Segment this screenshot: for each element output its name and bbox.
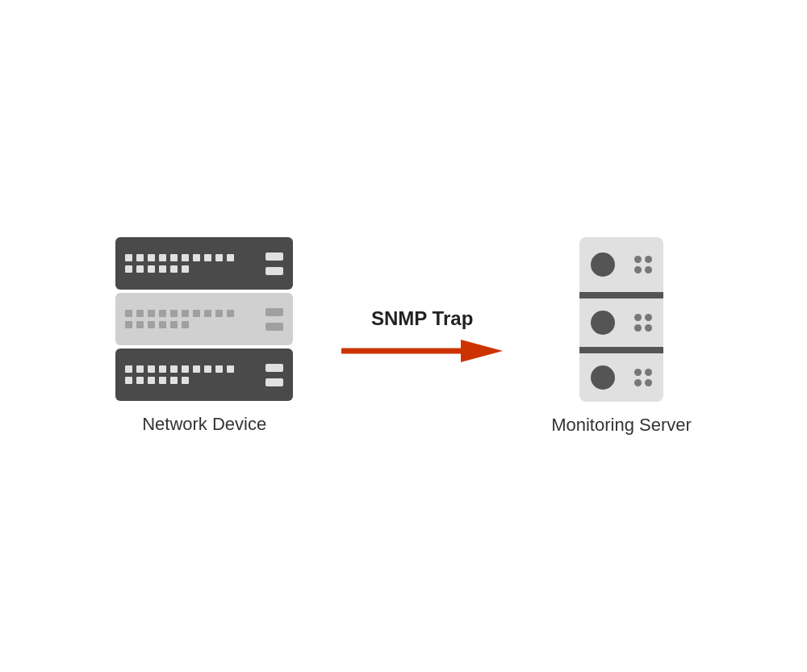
rack-dot	[634, 314, 642, 321]
nd-dots-bot	[125, 365, 238, 384]
nd-dot	[159, 310, 166, 317]
network-device-label: Network Device	[142, 414, 266, 435]
nd-bars-bot	[266, 364, 283, 386]
nd-dot	[182, 254, 189, 261]
nd-unit-bot	[115, 349, 293, 401]
nd-dot	[159, 365, 166, 373]
nd-dot	[148, 377, 155, 384]
nd-dots-mid	[125, 310, 238, 328]
nd-bars-top	[266, 253, 283, 275]
network-device-container: Network Device	[115, 237, 293, 435]
nd-dot	[170, 321, 178, 328]
nd-dot	[182, 265, 189, 273]
monitoring-server-label: Monitoring Server	[551, 415, 692, 436]
rack-dot	[645, 266, 652, 273]
rack-circle-2	[591, 311, 615, 335]
nd-dot	[125, 310, 132, 317]
nd-dot	[215, 310, 223, 317]
rack-row-3	[579, 347, 663, 402]
snmp-trap-arrow-container: SNMP Trap	[341, 307, 503, 365]
monitoring-server-container: Monitoring Server	[551, 237, 692, 436]
nd-dot	[182, 310, 189, 317]
rack-dot	[645, 256, 652, 263]
nd-dot	[170, 377, 178, 384]
nd-unit-top	[115, 237, 293, 290]
nd-dot	[136, 365, 144, 373]
nd-dot	[125, 254, 132, 261]
diagram: Network Device SNMP Trap	[115, 237, 692, 436]
nd-dot	[148, 321, 155, 328]
nd-dots-top	[125, 254, 238, 273]
nd-dot	[204, 254, 211, 261]
nd-bar	[266, 323, 283, 331]
nd-dot	[215, 254, 223, 261]
snmp-trap-label: SNMP Trap	[371, 307, 473, 330]
nd-dot	[125, 377, 132, 384]
nd-dot	[193, 254, 200, 261]
nd-dot	[170, 365, 178, 373]
nd-dot	[204, 365, 211, 373]
nd-bar	[266, 308, 283, 316]
nd-dot	[193, 310, 200, 317]
nd-dot	[170, 310, 178, 317]
rack-dot	[634, 324, 642, 332]
nd-dot	[159, 377, 166, 384]
rack-dots-2	[634, 314, 652, 332]
nd-dot	[159, 265, 166, 273]
rack-circle-3	[591, 365, 615, 390]
nd-dot	[215, 365, 223, 373]
nd-dot	[136, 265, 144, 273]
nd-dot	[204, 310, 211, 317]
nd-dot	[125, 265, 132, 273]
nd-dot	[148, 254, 155, 261]
nd-bar	[266, 378, 283, 386]
nd-bar	[266, 267, 283, 275]
svg-marker-1	[461, 340, 503, 362]
rack-dot	[645, 314, 652, 321]
network-device-icon	[115, 237, 293, 401]
nd-dot	[125, 365, 132, 373]
rack-dot	[645, 324, 652, 332]
nd-dot	[148, 265, 155, 273]
snmp-trap-arrow-icon	[341, 336, 503, 365]
rack-circle-1	[591, 253, 615, 277]
nd-unit-mid	[115, 293, 293, 345]
rack-dot	[634, 266, 642, 273]
nd-bar	[266, 253, 283, 261]
nd-dot	[170, 265, 178, 273]
nd-dot	[227, 254, 234, 261]
nd-dot	[148, 310, 155, 317]
rack-dot	[645, 369, 652, 376]
nd-dot	[136, 321, 144, 328]
nd-dot	[159, 321, 166, 328]
nd-dot	[170, 254, 178, 261]
nd-dot	[159, 254, 166, 261]
nd-dot	[136, 310, 144, 317]
nd-dot	[182, 365, 189, 373]
nd-dot	[148, 365, 155, 373]
monitoring-server-icon	[579, 237, 663, 402]
rack-dot	[645, 379, 652, 386]
nd-dot	[227, 310, 234, 317]
nd-bars-mid	[266, 308, 283, 331]
nd-dot	[125, 321, 132, 328]
rack-row-2	[579, 292, 663, 347]
nd-dot	[182, 321, 189, 328]
nd-dot	[136, 254, 144, 261]
nd-dot	[193, 365, 200, 373]
nd-dot	[227, 365, 234, 373]
nd-dot	[182, 377, 189, 384]
nd-bar	[266, 364, 283, 372]
rack-dot	[634, 256, 642, 263]
rack-row-1	[579, 237, 663, 292]
rack-dot	[634, 379, 642, 386]
rack-dots-3	[634, 369, 652, 386]
nd-dot	[136, 377, 144, 384]
rack-dots-1	[634, 256, 652, 273]
rack-dot	[634, 369, 642, 376]
